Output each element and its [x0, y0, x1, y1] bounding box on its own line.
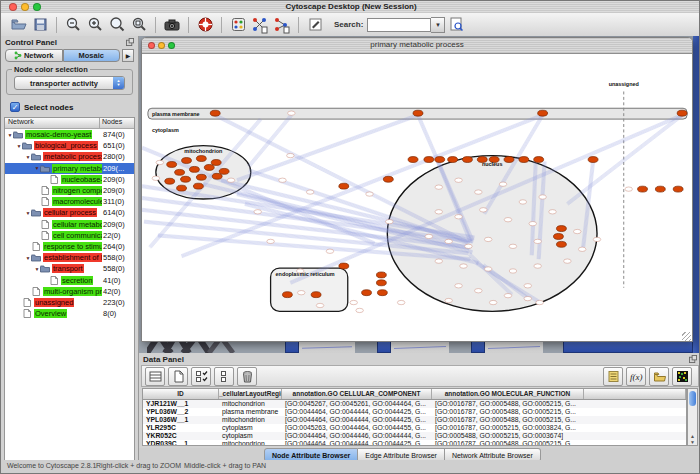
network-tree-row[interactable]: ▼transport558(0) — [5, 263, 134, 274]
graph-node-unselected[interactable] — [306, 190, 314, 194]
graph-node-selected[interactable] — [376, 272, 386, 278]
graph-node-selected[interactable] — [463, 157, 473, 163]
zoom-fit-button[interactable] — [107, 15, 127, 35]
graph-node-unselected[interactable] — [475, 190, 483, 194]
scrollbar-arrows[interactable]: ▲▼ — [688, 433, 697, 445]
select-nodes-checkbox[interactable]: ✓ — [10, 102, 20, 112]
graph-node-unselected[interactable] — [435, 185, 443, 189]
graph-node-selected[interactable] — [504, 157, 514, 163]
notes-button[interactable] — [603, 367, 623, 386]
network-view-titlebar[interactable]: primary metabolic process — [142, 38, 692, 54]
graph-node-selected[interactable] — [193, 183, 203, 189]
graph-node-selected[interactable] — [519, 157, 529, 163]
hidden-window-fragment[interactable] — [485, 341, 543, 353]
network-graph[interactable]: plasma membranecytoplasmmitochondrionnuc… — [142, 54, 692, 342]
graph-node-unselected[interactable] — [524, 296, 532, 300]
network-tree-row[interactable]: cell communicat22(0) — [5, 230, 134, 241]
graph-node-unselected[interactable] — [564, 259, 572, 263]
attribute-table-row[interactable]: YPL036W__2plasma membrane[GO:0044464, GO… — [143, 408, 686, 416]
network-tree-row[interactable]: Overview8(0) — [5, 308, 134, 319]
network-tree-row[interactable]: nucleobase-209(0) — [5, 174, 134, 185]
network-tree-row[interactable]: ▼primary metabo209(... — [5, 163, 134, 174]
select-attributes-button[interactable] — [191, 367, 211, 386]
graph-node-selected[interactable] — [196, 156, 206, 162]
graph-node-unselected[interactable] — [455, 215, 463, 219]
attribute-table-row[interactable]: YPL036W__1mitochondrion[GO:0044464, GO:0… — [143, 416, 686, 424]
network-tree-row[interactable]: ▼mosaic-demo-yeast874(0) — [5, 129, 134, 140]
attribute-matrix-button[interactable] — [672, 367, 692, 386]
snapshot-button[interactable] — [162, 15, 182, 35]
hidden-window-fragment[interactable] — [563, 341, 693, 353]
graph-node-selected[interactable] — [638, 186, 648, 192]
graph-node-selected[interactable] — [554, 234, 564, 240]
graph-node-selected[interactable] — [196, 174, 206, 180]
graph-node-unselected[interactable] — [534, 264, 542, 268]
scrollbar-thumb[interactable] — [689, 391, 696, 406]
help-button[interactable] — [195, 15, 215, 35]
graph-node-unselected[interactable] — [509, 244, 517, 248]
attribute-table-row[interactable]: YJR121W__1mitochondrion[GO:0045267, GO:0… — [143, 400, 686, 408]
graph-node-selected[interactable] — [424, 157, 434, 163]
graph-node-unselected[interactable] — [445, 298, 453, 302]
graph-node-selected[interactable] — [219, 168, 229, 174]
graph-node-unselected[interactable] — [435, 259, 443, 263]
graph-node-unselected[interactable] — [397, 300, 405, 304]
graph-node-unselected[interactable] — [425, 234, 433, 238]
tab-mosaic[interactable]: Mosaic — [63, 49, 121, 62]
graph-node-unselected[interactable] — [536, 300, 544, 304]
graph-node-unselected[interactable] — [625, 187, 633, 191]
network-tree-row[interactable]: multi-organism pro42(0) — [5, 286, 134, 297]
graph-node-selected[interactable] — [556, 241, 566, 247]
search-input[interactable] — [367, 18, 431, 32]
graph-node-unselected[interactable] — [455, 178, 463, 182]
graph-node-unselected[interactable] — [356, 308, 364, 312]
more-tabs-button[interactable]: ▶ — [122, 49, 134, 62]
network-tree-row[interactable]: ▼metabolic process280(0) — [5, 151, 134, 162]
graph-node-selected[interactable] — [189, 166, 199, 172]
graph-node-unselected[interactable] — [445, 239, 453, 243]
graph-node-unselected[interactable] — [316, 303, 324, 307]
column-header-id[interactable]: ID — [143, 389, 219, 399]
graph-node-unselected[interactable] — [529, 221, 537, 225]
graph-node-selected[interactable] — [383, 176, 393, 182]
graph-node-unselected[interactable] — [460, 264, 468, 268]
graph-node-unselected[interactable] — [366, 192, 374, 196]
graph-node-selected[interactable] — [538, 110, 548, 116]
graph-node-unselected[interactable] — [465, 244, 473, 248]
graph-node-selected[interactable] — [212, 173, 222, 179]
function-builder-button[interactable]: f(x) — [626, 367, 646, 386]
network-canvas[interactable]: plasma membranecytoplasmmitochondrionnuc… — [142, 54, 692, 342]
enhanced-search-button[interactable] — [446, 15, 466, 35]
graph-node-unselected[interactable] — [287, 153, 295, 157]
delete-attribute-button[interactable] — [237, 367, 257, 386]
graph-node-selected[interactable] — [177, 185, 187, 191]
network-tree-row[interactable]: nitrogen compo209(0) — [5, 185, 134, 196]
graph-node-selected[interactable] — [339, 183, 349, 189]
float-panel-icon[interactable] — [126, 38, 134, 46]
graph-node-unselected[interactable] — [350, 300, 358, 304]
column-header-molecular-function[interactable]: annotation.GO MOLECULAR_FUNCTION — [432, 389, 584, 399]
search-dropdown-button[interactable]: ▼ — [431, 17, 445, 33]
graph-node-unselected[interactable] — [480, 208, 488, 212]
network-tree-row[interactable]: ▼establishment of lo558(0) — [5, 252, 134, 263]
graph-node-selected[interactable] — [165, 178, 175, 184]
graph-node-selected[interactable] — [175, 169, 185, 175]
column-header-region[interactable]: _cellularLayoutRegion — [219, 389, 282, 399]
graph-node-unselected[interactable] — [499, 182, 507, 186]
zoom-in-button[interactable] — [85, 15, 105, 35]
open-file-button[interactable] — [8, 15, 28, 35]
graph-node-selected[interactable] — [377, 290, 387, 296]
zoom-out-button[interactable] — [63, 15, 83, 35]
graph-node-selected[interactable] — [167, 162, 177, 168]
hidden-window-fragment[interactable] — [285, 341, 299, 353]
graph-node-selected[interactable] — [677, 110, 687, 116]
graph-node-selected[interactable] — [210, 110, 220, 116]
graph-node-unselected[interactable] — [326, 249, 334, 253]
hidden-window-fragment[interactable] — [299, 341, 355, 353]
node-color-dropdown[interactable]: transporter activity ▲▼ — [14, 76, 125, 90]
float-panel-icon[interactable] — [689, 355, 697, 363]
unselect-attributes-button[interactable] — [214, 367, 234, 386]
graph-node-unselected[interactable] — [156, 160, 164, 164]
graph-node-unselected[interactable] — [593, 237, 601, 241]
graph-node-unselected[interactable] — [539, 195, 547, 199]
